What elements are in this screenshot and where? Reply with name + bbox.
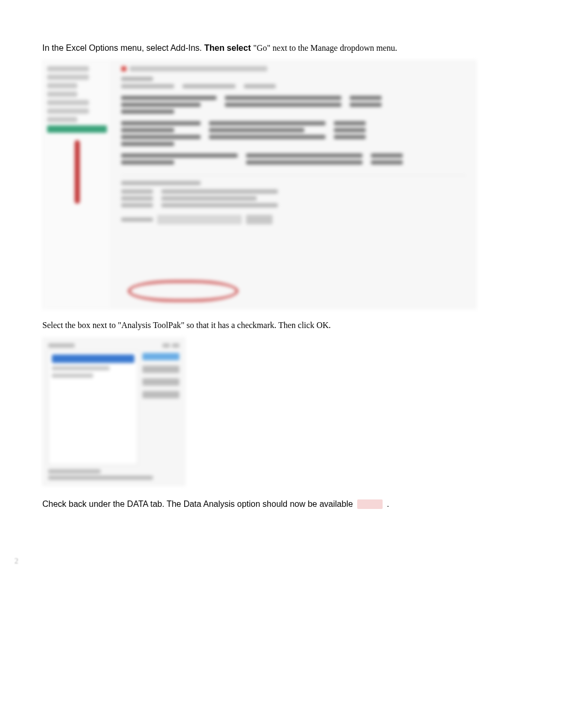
sidebar-item [47,108,89,114]
addins-dialog-screenshot [42,338,185,486]
go-button-blurred [246,215,273,224]
automation-button-blurred [142,391,179,398]
sidebar-item [47,75,89,80]
instruction3-part-a: Check back under the DATA tab. [42,499,165,509]
addins-row [121,153,466,165]
analysis-toolpak-selected [52,354,134,363]
instruction3-period: . [387,499,389,509]
instruction1-part-c: "Go" next to the Manage dropdown menu. [253,43,397,52]
instruction3-part-b: The Data Analysis option should now be a… [167,499,353,509]
title-text [130,66,267,71]
manage-row [121,215,466,224]
dialog-buttons [142,351,179,465]
section-label [121,77,153,81]
page-number: 2 [11,556,22,567]
addins-table-header [121,84,466,88]
sidebar-item [47,100,89,105]
instruction1-part-a: In the Excel Options menu, select Add-In… [42,43,202,52]
content-title [121,66,466,71]
options-content [112,61,476,308]
addins-row [121,121,466,146]
cancel-button-blurred [142,366,179,373]
title-icon [121,66,126,71]
sidebar-item [47,117,77,122]
dialog-header [48,343,179,348]
manage-dropdown [157,215,242,224]
addin-details [121,175,466,224]
sidebar-item [47,83,77,88]
list-item [52,366,110,370]
red-ellipse-highlight [128,280,239,302]
sidebar-item [47,66,89,71]
instruction-step-1: In the Excel Options menu, select Add-In… [42,42,520,54]
sidebar-item-addins-selected [47,125,107,133]
sidebar-item [47,92,77,97]
excel-options-screenshot [42,60,476,309]
list-item [52,374,93,378]
red-highlight-arrow [75,140,80,204]
browse-button-blurred [142,378,179,386]
addins-checklist [48,351,138,465]
instruction-step-2: Select the box next to "Analysis ToolPak… [42,321,520,330]
options-sidebar [43,61,112,308]
ok-button-blurred [142,353,179,360]
instruction1-part-b: Then select [204,43,251,52]
instruction-step-3: Check back under the DATA tab. The Data … [42,499,520,509]
addins-row [121,96,466,114]
dialog-footer [48,469,179,480]
redacted-chip [357,499,383,509]
